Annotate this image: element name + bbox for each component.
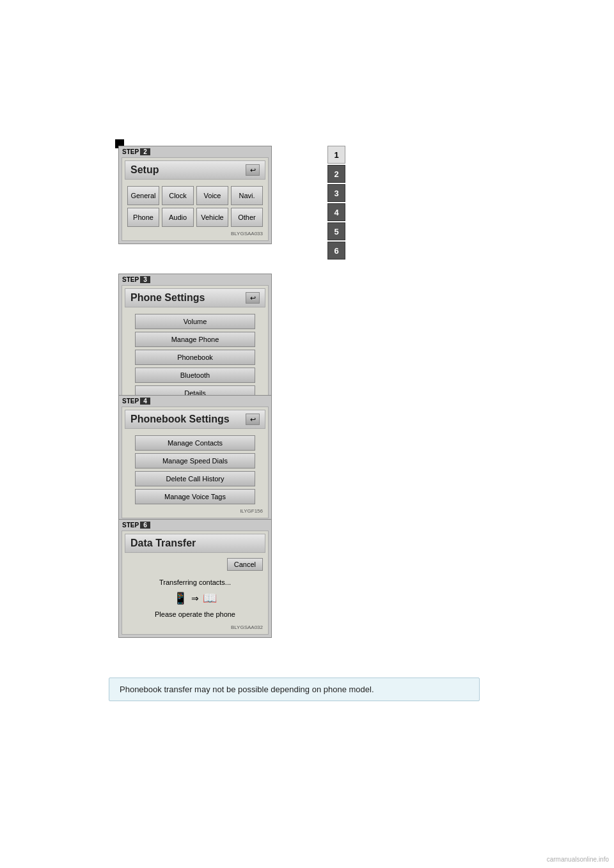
step3-word: STEP — [122, 276, 139, 283]
step2-title: Setup — [130, 164, 159, 176]
phonebook-manage-speed-dials[interactable]: Manage Speed Dials — [135, 453, 255, 469]
step3-back-button[interactable]: ↩ — [246, 292, 260, 304]
setup-btn-clock[interactable]: Clock — [162, 186, 194, 205]
notice-box: Phonebook transfer may not be possible d… — [109, 678, 480, 701]
phone-settings-volume[interactable]: Volume — [135, 314, 255, 329]
book-icon: 📖 — [203, 591, 217, 605]
side-tab-2[interactable]: 2 — [327, 165, 345, 183]
watermark: carmanualsonline.info — [547, 856, 609, 863]
step2-back-button[interactable]: ↩ — [246, 164, 260, 176]
step4-label: STEP 4 — [119, 396, 271, 407]
step3-header: Phone Settings ↩ — [125, 288, 265, 307]
step6-screen: STEP 6 Data Transfer Cancel Transferring… — [118, 519, 272, 638]
side-tab-1[interactable]: 1 — [327, 146, 345, 164]
side-tab-5[interactable]: 5 — [327, 222, 345, 240]
side-tab-3[interactable]: 3 — [327, 184, 345, 202]
arrow-right-icon: ⇒ — [191, 593, 199, 603]
phonebook-delete-call-history[interactable]: Delete Call History — [135, 471, 255, 486]
step4-inner: Phonebook Settings ↩ Manage Contacts Man… — [122, 407, 269, 518]
step2-label: STEP 2 — [119, 146, 271, 157]
setup-btn-phone[interactable]: Phone — [127, 208, 159, 227]
step6-inner: Data Transfer Cancel Transferring contac… — [122, 531, 269, 635]
phone-settings-bluetooth[interactable]: Bluetooth — [135, 368, 255, 383]
step6-header: Data Transfer — [125, 534, 265, 553]
step6-transfer-text: Transferring contacts... — [127, 578, 263, 586]
step6-cancel-button[interactable]: Cancel — [227, 558, 263, 571]
step2-inner: Setup ↩ General Clock Voice Navi. Phone … — [122, 157, 269, 241]
step3-title: Phone Settings — [130, 292, 205, 304]
step2-img-code: BLYGSAA033 — [125, 229, 265, 238]
step4-title: Phonebook Settings — [130, 414, 230, 425]
step2-header: Setup ↩ — [125, 160, 265, 180]
step6-label: STEP 6 — [119, 520, 271, 531]
setup-btn-navi[interactable]: Navi. — [231, 186, 263, 205]
side-tab-container: 1 2 3 4 5 6 — [327, 146, 345, 260]
phone-icon: 📱 — [173, 591, 187, 605]
step4-number: 4 — [140, 398, 150, 405]
step6-transfer-icons: 📱 ⇒ 📖 — [127, 591, 263, 605]
side-tab-6[interactable]: 6 — [327, 242, 345, 260]
step3-menu: Volume Manage Phone Phonebook Bluetooth … — [125, 311, 265, 403]
step6-title: Data Transfer — [130, 538, 196, 549]
step3-label: STEP 3 — [119, 274, 271, 285]
step3-number: 3 — [140, 276, 150, 283]
step4-back-button[interactable]: ↩ — [246, 414, 260, 425]
phone-settings-manage-phone[interactable]: Manage Phone — [135, 332, 255, 347]
step4-word: STEP — [122, 398, 139, 405]
step6-img-code: BLYGSAA032 — [125, 623, 265, 632]
step2-screen: STEP 2 Setup ↩ General Clock Voice Navi.… — [118, 146, 272, 244]
setup-btn-other[interactable]: Other — [231, 208, 263, 227]
setup-btn-vehicle[interactable]: Vehicle — [196, 208, 228, 227]
step4-screen: STEP 4 Phonebook Settings ↩ Manage Conta… — [118, 395, 272, 522]
setup-btn-voice[interactable]: Voice — [196, 186, 228, 205]
step4-header: Phonebook Settings ↩ — [125, 410, 265, 429]
step2-grid: General Clock Voice Navi. Phone Audio Ve… — [125, 183, 265, 229]
side-tab-4[interactable]: 4 — [327, 203, 345, 221]
setup-btn-audio[interactable]: Audio — [162, 208, 194, 227]
setup-btn-general[interactable]: General — [127, 186, 159, 205]
phonebook-manage-contacts[interactable]: Manage Contacts — [135, 435, 255, 451]
step6-operate-text: Please operate the phone — [127, 610, 263, 618]
step6-number: 6 — [140, 522, 150, 529]
step2-word: STEP — [122, 148, 139, 155]
step6-word: STEP — [122, 522, 139, 529]
step6-content: Transferring contacts... 📱 ⇒ 📖 Please op… — [125, 573, 265, 623]
phone-settings-phonebook[interactable]: Phonebook — [135, 350, 255, 365]
step4-img-code: ILYGF156 — [125, 507, 265, 515]
step4-menu: Manage Contacts Manage Speed Dials Delet… — [125, 433, 265, 507]
notice-text: Phonebook transfer may not be possible d… — [120, 685, 374, 694]
step2-number: 2 — [140, 148, 150, 155]
phonebook-manage-voice-tags[interactable]: Manage Voice Tags — [135, 489, 255, 504]
